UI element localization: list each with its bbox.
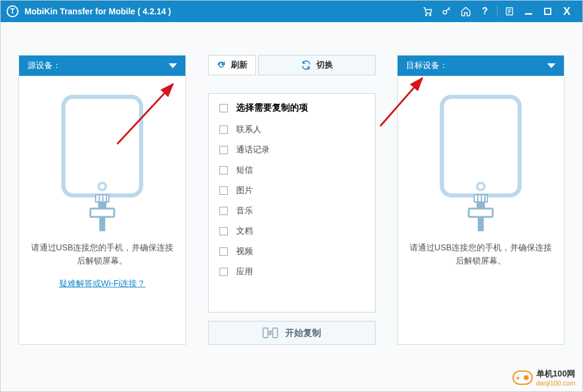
feedback-icon[interactable] [501, 3, 518, 20]
divider [497, 6, 497, 17]
chevron-down-icon [169, 63, 177, 68]
svg-rect-6 [63, 97, 141, 195]
svg-point-19 [477, 183, 484, 190]
key-icon[interactable] [438, 3, 455, 20]
copy-items-panel: 选择需要复制的项 联系人 通话记录 短信 图片 音乐 文档 视频 应用 [208, 93, 376, 313]
svg-rect-9 [96, 195, 99, 201]
svg-rect-4 [525, 13, 532, 15]
target-panel-body: 请通过USB连接您的手机，并确保连接后解锁屏幕。 [398, 76, 564, 344]
source-instruction: 请通过USB连接您的手机，并确保连接后解锁屏幕。 [19, 241, 185, 268]
checkbox[interactable] [219, 166, 228, 174]
switch-label: 切换 [316, 60, 333, 71]
svg-rect-24 [486, 195, 487, 201]
source-panel-body: 请通过USB连接您的手机，并确保连接后解锁屏幕。 疑难解答或Wi-Fi连接？ [19, 76, 185, 344]
app-title: MobiKin Transfer for Mobile ( 4.2.14 ) [25, 7, 171, 16]
svg-rect-21 [475, 195, 477, 201]
check-item-docs[interactable]: 文档 [219, 226, 364, 237]
select-all-checkbox[interactable] [219, 104, 228, 112]
target-instruction: 请通过USB连接您的手机，并确保连接后解锁屏幕。 [398, 241, 564, 268]
svg-rect-18 [442, 97, 520, 195]
checkbox[interactable] [219, 207, 228, 215]
svg-rect-12 [107, 195, 108, 201]
svg-rect-5 [545, 8, 551, 14]
target-device-dropdown[interactable]: 目标设备： [398, 56, 564, 76]
minimize-button[interactable] [520, 3, 537, 20]
watermark-logo-icon [512, 370, 533, 385]
start-copy-button[interactable]: 开始复制 [208, 321, 376, 345]
help-icon[interactable]: ? [477, 3, 493, 20]
refresh-label: 刷新 [231, 60, 248, 71]
checkbox[interactable] [219, 227, 228, 235]
maximize-button[interactable] [539, 3, 556, 20]
checklist-title: 选择需要复制的项 [236, 102, 308, 114]
checkbox[interactable] [219, 125, 228, 134]
phone-illustration-icon [421, 94, 541, 231]
checkbox[interactable] [219, 268, 228, 276]
switch-icon [301, 60, 312, 71]
switch-button[interactable]: 切换 [258, 55, 376, 75]
checkbox[interactable] [219, 247, 228, 256]
main-content: 源设备： 请通过USB连接您的手机，并确保连接后解锁屏幕。 疑难解答或Wi-Fi… [1, 22, 582, 391]
transfer-icon [262, 327, 278, 339]
check-item-video[interactable]: 视频 [219, 246, 364, 257]
troubleshoot-link[interactable]: 疑难解答或Wi-Fi连接？ [59, 278, 146, 289]
checkbox[interactable] [219, 186, 228, 195]
svg-rect-22 [478, 195, 481, 201]
source-header-label: 源设备： [28, 60, 61, 71]
check-item-photos[interactable]: 图片 [219, 185, 364, 196]
select-all-row[interactable]: 选择需要复制的项 [219, 102, 364, 114]
target-header-label: 目标设备： [406, 60, 448, 71]
phone-illustration-icon [42, 94, 162, 231]
watermark-text1: 单机100网 [536, 369, 575, 379]
svg-rect-26 [469, 209, 493, 217]
source-device-dropdown[interactable]: 源设备： [19, 56, 185, 76]
watermark: 单机100网 danji100.com [512, 369, 575, 387]
cart-icon[interactable] [419, 3, 436, 20]
start-copy-label: 开始复制 [285, 327, 321, 339]
svg-rect-27 [478, 217, 484, 231]
refresh-icon [216, 60, 226, 70]
svg-rect-17 [273, 328, 277, 338]
chevron-down-icon [547, 63, 555, 68]
titlebar: T MobiKin Transfer for Mobile ( 4.2.14 )… [1, 1, 582, 22]
svg-rect-23 [482, 195, 484, 201]
svg-rect-14 [90, 209, 114, 217]
checkbox[interactable] [219, 146, 228, 154]
source-device-panel: 源设备： 请通过USB连接您的手机，并确保连接后解锁屏幕。 疑难解答或Wi-Fi… [19, 55, 186, 345]
svg-rect-11 [103, 195, 106, 201]
app-logo-icon: T [7, 5, 19, 17]
svg-point-1 [429, 14, 431, 16]
center-column: 刷新 切换 选择需要复制的项 联系人 通话记录 短信 图片 音乐 文档 视频 应… [208, 55, 376, 345]
check-item-calllog[interactable]: 通话记录 [219, 145, 364, 155]
svg-rect-10 [100, 195, 102, 201]
check-item-sms[interactable]: 短信 [219, 165, 364, 176]
home-icon[interactable] [457, 3, 474, 20]
svg-point-0 [426, 14, 427, 16]
svg-point-2 [443, 11, 447, 14]
svg-rect-15 [99, 217, 105, 231]
svg-point-7 [99, 183, 106, 190]
close-button[interactable]: X [558, 3, 575, 20]
check-item-contacts[interactable]: 联系人 [219, 124, 364, 135]
target-device-panel: 目标设备： 请通过USB连接您的手机，并确保连接后解锁屏幕。 [397, 55, 564, 345]
watermark-text2: danji100.com [536, 379, 575, 387]
refresh-button[interactable]: 刷新 [208, 55, 256, 75]
check-item-apps[interactable]: 应用 [219, 267, 364, 277]
svg-rect-16 [263, 328, 268, 338]
check-item-music[interactable]: 音乐 [219, 206, 364, 216]
